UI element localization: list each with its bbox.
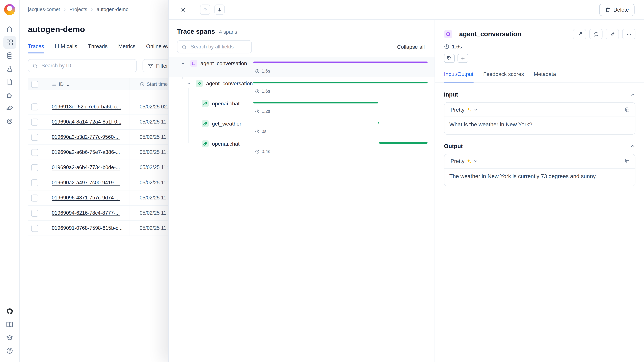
row-checkbox[interactable]	[31, 134, 38, 141]
sidebar-item-online-evaluation[interactable]	[3, 114, 16, 128]
trace-type-icon	[444, 30, 452, 38]
tab-input-output[interactable]: Input/Output	[444, 71, 473, 83]
row-checkbox[interactable]	[31, 210, 38, 217]
trace-id-link[interactable]: 019690a2-a6b6-75e7-a386-...	[52, 149, 120, 155]
share-button[interactable]	[573, 29, 586, 39]
share-icon	[577, 31, 582, 37]
sidebar-item-datasets[interactable]	[3, 49, 16, 62]
sidebar-item-playground[interactable]	[3, 88, 16, 101]
clock-icon	[255, 129, 260, 134]
tab-feedback-scores[interactable]: Feedback scores	[483, 71, 524, 83]
span-timeline-bar[interactable]	[254, 102, 378, 103]
row-checkbox[interactable]	[31, 103, 38, 110]
chevron-up-icon[interactable]	[630, 92, 636, 97]
delete-button[interactable]: Delete	[600, 3, 634, 16]
next-trace-button[interactable]	[214, 4, 224, 15]
more-actions-button[interactable]	[622, 29, 635, 39]
education-link[interactable]	[3, 331, 16, 344]
edit-button[interactable]	[606, 29, 619, 39]
column-header-id[interactable]: ID	[45, 78, 129, 90]
database-icon	[6, 52, 13, 59]
span-row[interactable]: get_weather 0s	[169, 117, 434, 137]
trace-id-link[interactable]: 019690a3-b3d2-777c-9560-...	[52, 134, 120, 140]
span-name: openai.chat	[212, 100, 240, 107]
graduation-cap-icon	[6, 334, 13, 341]
row-checkbox[interactable]	[31, 164, 38, 171]
target-icon	[6, 118, 13, 125]
sidebar-item-prompts[interactable]	[3, 75, 16, 88]
previous-trace-button[interactable]	[200, 4, 210, 15]
span-timeline-bar[interactable]	[378, 122, 379, 123]
span-link-icon	[202, 140, 209, 147]
row-checkbox[interactable]	[31, 149, 38, 156]
search-by-id-input[interactable]	[40, 62, 132, 69]
ellipsis-icon	[626, 31, 632, 37]
span-row[interactable]: openai.chat 1.2s	[169, 97, 434, 117]
chevron-down-icon[interactable]	[180, 60, 186, 66]
span-search-input[interactable]	[190, 43, 247, 50]
plus-icon	[460, 56, 465, 61]
trace-id-link[interactable]: 019690a2-a6b4-7734-b0de-...	[52, 165, 120, 170]
github-link[interactable]	[3, 305, 16, 318]
copy-output-button[interactable]	[624, 158, 630, 165]
chevron-down-icon[interactable]	[185, 80, 192, 87]
row-checkbox[interactable]	[31, 118, 38, 125]
output-section-title: Output	[444, 143, 463, 149]
trace-id-link[interactable]: 019690a4-8a14-72a4-8a1f-0...	[52, 119, 122, 125]
output-format-select[interactable]: Pretty	[449, 157, 480, 165]
span-row[interactable]: openai.chat 0.4s	[169, 137, 434, 158]
pencil-icon	[610, 31, 615, 37]
breadcrumb-projects[interactable]: Projects	[70, 6, 87, 12]
sidebar-item-home[interactable]	[3, 23, 16, 36]
documentation-link[interactable]	[3, 318, 16, 331]
trace-id-link[interactable]: 01969096-4871-7b7c-9d74-...	[52, 195, 120, 201]
row-checkbox[interactable]	[31, 194, 38, 201]
sidebar-item-production[interactable]	[3, 101, 16, 114]
help-icon	[6, 347, 13, 354]
tab-traces[interactable]: Traces	[28, 43, 44, 53]
collapse-all-button[interactable]: Collapse all	[394, 42, 427, 51]
delete-label: Delete	[613, 6, 629, 13]
span-timeline-bar[interactable]	[379, 142, 428, 144]
select-all-checkbox[interactable]	[31, 81, 38, 88]
opik-app: jacques-comet Projects autogen-demo auto…	[0, 0, 644, 362]
close-drawer-button[interactable]	[178, 4, 188, 15]
row-checkbox[interactable]	[31, 225, 38, 232]
breadcrumb-current: autogen-demo	[97, 6, 129, 12]
span-timeline-bar[interactable]	[254, 61, 428, 63]
copy-input-button[interactable]	[624, 106, 630, 113]
sidebar-item-experiments[interactable]	[3, 62, 16, 75]
span-name: get_weather	[212, 120, 241, 127]
comet-logo[interactable]	[4, 4, 15, 15]
tag-icon	[447, 56, 452, 61]
search-icon	[182, 44, 187, 49]
span-row[interactable]: agent_conversation 1.6s	[169, 77, 434, 97]
tab-metadata[interactable]: Metadata	[534, 71, 556, 83]
tab-metrics[interactable]: Metrics	[118, 43, 136, 53]
trace-id-link[interactable]: 01969091-0768-7598-815b-c...	[52, 225, 122, 231]
add-tag-button[interactable]	[458, 54, 468, 63]
tab-online-evaluation[interactable]: Online ev	[146, 43, 169, 53]
span-row[interactable]: agent_conversation 1.6s	[169, 57, 434, 77]
breadcrumb-workspace[interactable]: jacques-comet	[28, 6, 60, 12]
span-timeline-bar[interactable]	[254, 82, 428, 83]
tags-row	[435, 50, 644, 63]
row-checkbox[interactable]	[31, 179, 38, 186]
chevron-up-icon[interactable]	[630, 143, 636, 149]
trace-id-link[interactable]: 019690a2-a497-7c00-9419-...	[52, 180, 120, 186]
app-sidebar	[0, 0, 20, 362]
trace-id-link[interactable]: 01969094-6216-78c4-8777-...	[52, 210, 120, 216]
search-icon	[32, 63, 38, 68]
search-by-id-box	[28, 59, 137, 72]
tags-button[interactable]	[444, 54, 455, 63]
comment-button[interactable]	[589, 29, 602, 39]
tab-llm-calls[interactable]: LLM calls	[55, 43, 77, 53]
sidebar-item-projects[interactable]	[3, 36, 16, 49]
detail-tabs: Input/Output Feedback scores Metadata	[435, 63, 644, 83]
span-link-icon	[196, 80, 203, 87]
trace-id-link[interactable]: 0196913d-f62b-7eba-ba6b-c...	[52, 104, 121, 110]
span-detail-panel: agent_conversation	[435, 20, 644, 362]
help-button[interactable]	[3, 344, 16, 357]
input-format-select[interactable]: Pretty	[449, 106, 480, 114]
tab-threads[interactable]: Threads	[88, 43, 108, 53]
